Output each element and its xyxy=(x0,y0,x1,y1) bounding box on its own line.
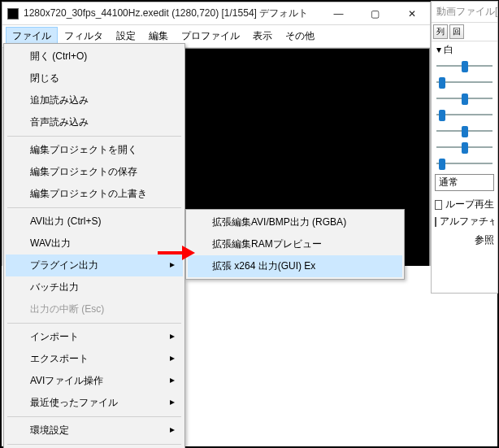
submenu-item-rgba[interactable]: 拡張編集AVI/BMP出力 (RGBA) xyxy=(188,211,402,233)
menu-item-label: プラグイン出力 xyxy=(30,259,98,271)
submenu-arrow-icon: ▸ xyxy=(170,424,175,435)
menu-view[interactable]: 表示 xyxy=(246,27,279,46)
reference-label[interactable]: 参照 xyxy=(435,230,494,247)
menu-item-label: インポート xyxy=(30,331,79,342)
minimize-button[interactable]: — xyxy=(320,2,357,25)
side-panel-title: 動画ファイル[標 xyxy=(432,2,497,23)
menu-item-proj-overwrite[interactable]: 編集プロジェクトの上書き xyxy=(6,183,183,205)
submenu-item-ram[interactable]: 拡張編集RAMプレビュー xyxy=(188,233,402,255)
menu-item-close[interactable]: 閉じる xyxy=(6,67,183,89)
menu-separator xyxy=(7,416,181,417)
menu-item-avi-ops[interactable]: AVIファイル操作▸ xyxy=(6,370,183,392)
menu-item-batch-out[interactable]: バッチ出力 xyxy=(6,276,183,298)
side-toolbar: 列 回 xyxy=(432,23,497,41)
side-tool-button[interactable]: 列 xyxy=(433,24,448,39)
checkbox-label: アルファチャ xyxy=(440,215,494,228)
menu-item-prefs[interactable]: 環境設定▸ xyxy=(6,420,183,441)
slider[interactable] xyxy=(436,94,492,102)
slider[interactable] xyxy=(436,62,492,70)
menu-item-avi-out[interactable]: AVI出力 (Ctrl+S) xyxy=(6,211,183,233)
slider[interactable] xyxy=(436,127,492,135)
submenu-arrow-icon: ▸ xyxy=(170,352,175,363)
menu-item-proj-save[interactable]: 編集プロジェクトの保存 xyxy=(6,161,183,183)
submenu-arrow-icon: ▸ xyxy=(170,396,175,407)
menu-separator xyxy=(7,444,181,445)
blend-mode-label[interactable]: 通常 xyxy=(435,174,494,191)
submenu-arrow-icon: ▸ xyxy=(170,330,175,341)
menu-item-label: AVIファイル操作 xyxy=(30,375,103,386)
menu-item-export[interactable]: エクスポート▸ xyxy=(6,348,183,370)
menu-item-import[interactable]: インポート▸ xyxy=(6,326,183,348)
side-tree[interactable]: ▾ 白 xyxy=(432,41,497,59)
menu-profile[interactable]: プロファイル xyxy=(175,27,246,46)
menu-separator xyxy=(7,207,181,208)
menu-item-audio-load[interactable]: 音声読み込み xyxy=(6,111,183,133)
submenu-arrow-icon: ▸ xyxy=(170,374,175,385)
close-button[interactable]: ✕ xyxy=(393,2,430,25)
slider[interactable] xyxy=(436,111,492,119)
menu-item-label: 最近使ったファイル xyxy=(30,397,118,408)
slider[interactable] xyxy=(436,143,492,151)
slider[interactable] xyxy=(436,159,492,167)
menu-item-label: エクスポート xyxy=(30,353,89,364)
menu-separator xyxy=(7,323,181,324)
menu-item-plugin-out[interactable]: プラグイン出力▸ xyxy=(6,254,183,276)
checkbox-label: ループ再生 xyxy=(445,198,494,211)
checkbox-alpha[interactable]: アルファチャ xyxy=(435,213,494,230)
menu-item-abort-out: 出力の中断 (Esc) xyxy=(6,298,183,320)
submenu-arrow-icon: ▸ xyxy=(170,259,175,270)
menu-item-open[interactable]: 開く (Ctrl+O) xyxy=(6,46,183,67)
menu-item-add-load[interactable]: 追加読み込み xyxy=(6,89,183,111)
menu-other[interactable]: その他 xyxy=(279,27,321,46)
file-menu-dropdown: 開く (Ctrl+O) 閉じる 追加読み込み 音声読み込み 編集プロジェクトを開… xyxy=(3,43,185,448)
menu-item-label: 環境設定 xyxy=(30,424,69,436)
menu-item-proj-open[interactable]: 編集プロジェクトを開く xyxy=(6,139,183,161)
slider[interactable] xyxy=(436,78,492,86)
side-tool-button[interactable]: 回 xyxy=(449,24,464,39)
side-panel: 動画ファイル[標 列 回 ▾ 白 通常 ループ再生 アルファチャ 参照 xyxy=(431,1,498,294)
window-title: 1280x720_30fps_44100Hz.exedit (1280,720)… xyxy=(24,7,320,20)
submenu-item-x264[interactable]: 拡張 x264 出力(GUI) Ex xyxy=(188,255,402,277)
app-icon xyxy=(7,8,19,20)
menu-item-wav-out[interactable]: WAV出力 xyxy=(6,233,183,254)
menu-separator xyxy=(7,136,181,137)
menu-item-recent[interactable]: 最近使ったファイル▸ xyxy=(6,392,183,414)
title-bar: 1280x720_30fps_44100Hz.exedit (1280,720)… xyxy=(2,2,430,25)
maximize-button[interactable]: ▢ xyxy=(357,2,393,25)
tree-root-label: 白 xyxy=(444,44,453,55)
plugin-out-submenu: 拡張編集AVI/BMP出力 (RGBA) 拡張編集RAMプレビュー 拡張 x26… xyxy=(185,209,405,280)
checkbox-loop[interactable]: ループ再生 xyxy=(435,196,494,213)
